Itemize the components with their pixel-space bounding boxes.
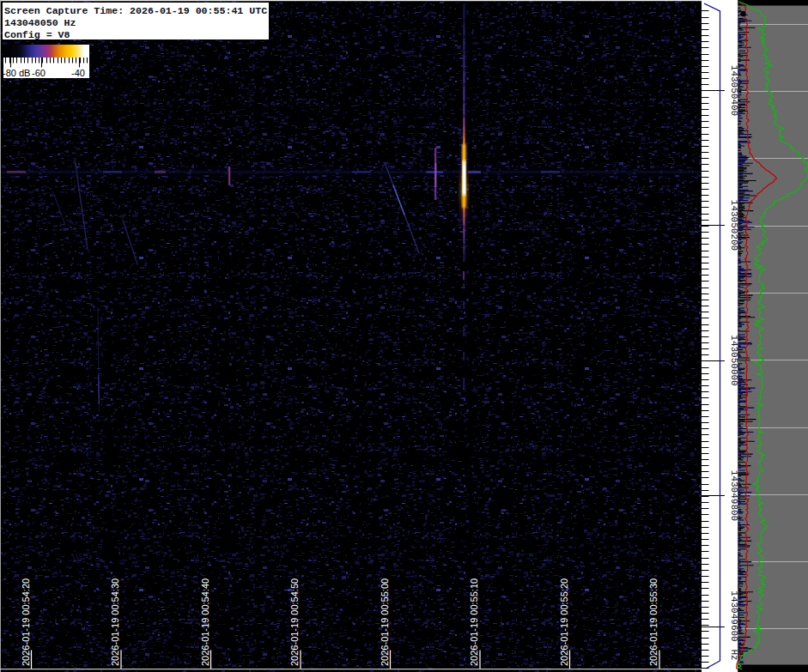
svg-text:-80 dB: -80 dB [3, 68, 30, 78]
svg-text:143050400: 143050400 [729, 65, 739, 116]
svg-text:2026-01-19 00:55:10: 2026-01-19 00:55:10 [469, 578, 479, 666]
svg-text:143048050 Hz: 143048050 Hz [4, 17, 76, 28]
svg-text:143050000: 143050000 [729, 335, 739, 385]
svg-text:Config = V8: Config = V8 [4, 29, 70, 40]
svg-text:143049800: 143049800 [729, 470, 739, 521]
svg-text:2026-01-19 00:54:50: 2026-01-19 00:54:50 [289, 578, 300, 666]
svg-text:143050200: 143050200 [729, 200, 739, 251]
svg-text:2026-01-19 00:55:20: 2026-01-19 00:55:20 [559, 578, 569, 666]
svg-text:2026-01-19 00:54:20: 2026-01-19 00:54:20 [21, 578, 31, 666]
svg-text:2026-01-19 00:54:30: 2026-01-19 00:54:30 [110, 578, 120, 666]
svg-text:2026-01-19 00:54:40: 2026-01-19 00:54:40 [200, 578, 210, 666]
svg-text:2026-01-19 00:55:00: 2026-01-19 00:55:00 [380, 578, 390, 666]
svg-text:143049600: 143049600 [729, 590, 739, 641]
svg-text:Hz: Hz [729, 649, 739, 660]
svg-text:-40: -40 [71, 68, 85, 78]
svg-text:Screen Capture Time: 2026-01-1: Screen Capture Time: 2026-01-19 00:55:41… [4, 5, 267, 16]
svg-text:-60: -60 [32, 68, 46, 78]
svg-text:2026-01-19 00:55:30: 2026-01-19 00:55:30 [648, 578, 659, 666]
